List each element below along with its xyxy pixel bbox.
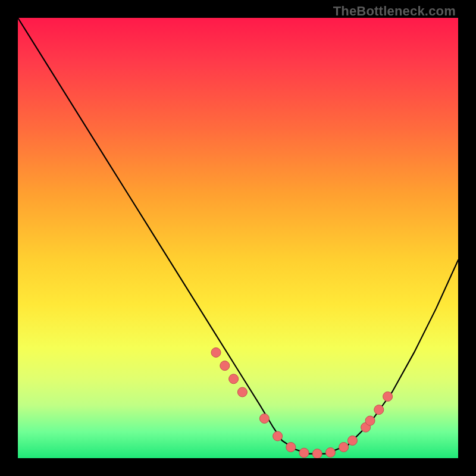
- highlight-markers: [211, 347, 393, 458]
- highlight-point: [273, 431, 283, 441]
- highlight-point: [325, 447, 335, 457]
- highlight-point: [237, 387, 247, 397]
- highlight-point: [229, 374, 239, 384]
- highlight-point: [299, 448, 309, 458]
- highlight-point: [374, 405, 384, 415]
- bottleneck-curve: [18, 18, 458, 454]
- plot-area: [18, 18, 458, 458]
- highlight-point: [286, 443, 296, 452]
- watermark-text: TheBottleneck.com: [333, 4, 456, 19]
- highlight-point: [259, 414, 269, 423]
- highlight-point: [211, 347, 221, 357]
- highlight-point: [339, 443, 349, 452]
- highlight-point: [347, 436, 357, 445]
- chart-frame: TheBottleneck.com: [0, 0, 476, 476]
- highlight-point: [220, 361, 230, 371]
- highlight-point: [312, 449, 322, 458]
- highlight-point: [383, 392, 393, 401]
- curve-layer: [18, 18, 458, 458]
- highlight-point: [365, 416, 375, 425]
